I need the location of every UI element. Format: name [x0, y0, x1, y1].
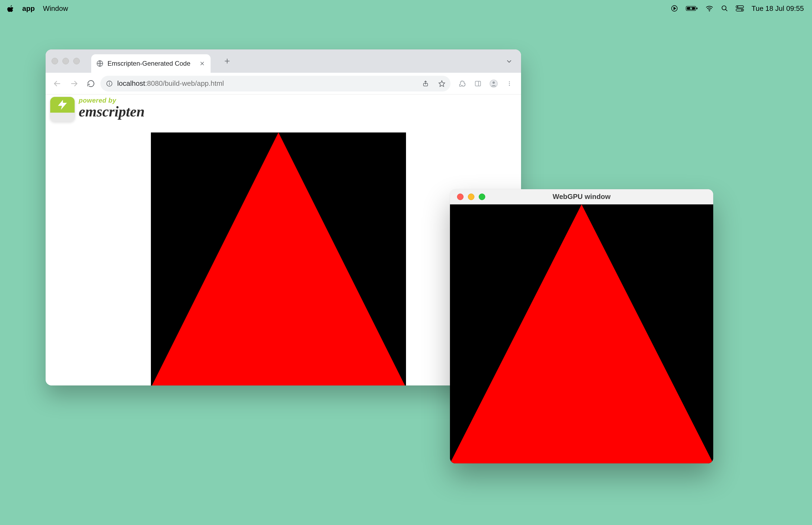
extensions-icon[interactable] [455, 76, 470, 91]
close-tab-icon[interactable] [199, 60, 206, 67]
screen-record-icon[interactable] [671, 5, 678, 12]
spotlight-icon[interactable] [721, 5, 728, 12]
site-info-icon[interactable] [105, 79, 113, 88]
logo-title: emscripten [79, 104, 145, 119]
new-tab-button[interactable] [223, 57, 231, 65]
traffic-close[interactable] [457, 194, 463, 200]
toolbar-right-cluster [455, 76, 517, 91]
apple-icon[interactable] [7, 5, 14, 12]
url-host: localhost [117, 79, 145, 87]
native-titlebar[interactable]: WebGPU window [450, 189, 713, 205]
sidepanel-icon[interactable] [471, 76, 485, 91]
traffic-minimize[interactable] [468, 194, 474, 200]
svg-point-28 [493, 81, 495, 84]
macos-menubar: app Window Tue 18 Jul 09:55 [0, 0, 812, 17]
menubar-menu-window[interactable]: Window [43, 4, 68, 13]
globe-icon [96, 60, 104, 67]
browser-traffic-lights [51, 58, 87, 64]
svg-marker-1 [674, 7, 676, 10]
tab-list-chevron-icon[interactable] [505, 58, 513, 65]
kebab-menu-icon[interactable] [502, 76, 517, 91]
traffic-min-inactive[interactable] [62, 58, 69, 64]
logo-subtitle: powered by [79, 96, 145, 104]
webgpu-canvas-native[interactable] [450, 205, 713, 463]
traffic-close-inactive[interactable] [51, 58, 58, 64]
menubar-right: Tue 18 Jul 09:55 [671, 4, 804, 13]
wifi-icon[interactable] [705, 5, 714, 12]
svg-marker-24 [439, 80, 445, 87]
browser-tabstrip: Emscripten-Generated Code [46, 49, 521, 73]
webgpu-canvas-browser[interactable] [151, 133, 406, 386]
url-text: localhost:8080/build-web/app.html [117, 79, 224, 88]
emscripten-badge-icon [50, 96, 75, 122]
address-bar[interactable]: localhost:8080/build-web/app.html [101, 76, 450, 91]
profile-avatar-icon[interactable] [486, 76, 501, 91]
emscripten-logo-text: powered by emscripten [79, 96, 145, 119]
svg-point-22 [109, 82, 110, 82]
browser-tab-active[interactable]: Emscripten-Generated Code [91, 54, 211, 73]
forward-button[interactable] [67, 76, 81, 91]
bookmark-star-icon[interactable] [436, 78, 447, 89]
control-center-icon[interactable] [736, 5, 744, 12]
menubar-app-name[interactable]: app [22, 4, 35, 13]
traffic-max-inactive[interactable] [73, 58, 80, 64]
svg-line-8 [726, 9, 727, 11]
svg-point-7 [722, 6, 726, 10]
battery-icon[interactable] [686, 5, 698, 11]
svg-point-30 [509, 83, 510, 84]
menubar-clock[interactable]: Tue 18 Jul 09:55 [751, 4, 804, 13]
svg-point-6 [709, 10, 710, 11]
svg-point-12 [741, 10, 742, 11]
traffic-zoom[interactable] [479, 194, 485, 200]
browser-toolbar: localhost:8080/build-web/app.html [46, 73, 521, 94]
native-traffic-lights [450, 194, 493, 200]
url-rest: :8080/build-web/app.html [145, 79, 224, 87]
svg-rect-25 [475, 81, 481, 86]
menubar-left: app Window [7, 4, 68, 13]
svg-point-29 [509, 81, 510, 82]
svg-rect-3 [696, 7, 698, 9]
reload-button[interactable] [83, 76, 98, 91]
native-window: WebGPU window [450, 189, 713, 463]
share-icon[interactable] [420, 78, 431, 89]
browser-tab-title: Emscripten-Generated Code [107, 60, 195, 67]
svg-point-10 [737, 6, 738, 7]
svg-point-31 [509, 85, 510, 86]
back-button[interactable] [50, 76, 65, 91]
emscripten-logo: powered by emscripten [50, 96, 145, 122]
svg-marker-32 [58, 100, 67, 110]
